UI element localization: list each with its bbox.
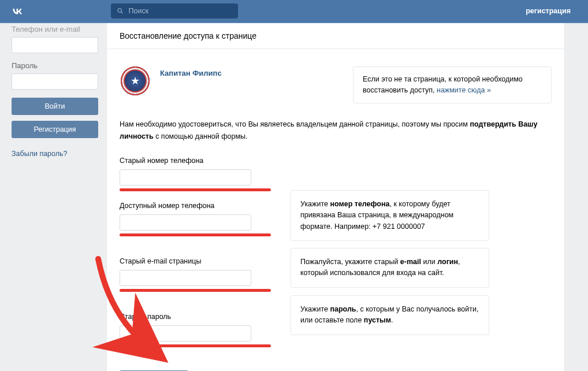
svg-point-0 [118,9,121,12]
login-button[interactable]: Войти [12,98,98,115]
hint-text: пароль [330,305,356,313]
instruction-post: с помощью данной формы. [154,132,248,140]
header-register-link[interactable]: регистрация [526,7,571,15]
phone-email-label: Телефон или e-mail [12,25,98,34]
old-password-input[interactable] [120,325,251,342]
instruction-pre: Нам необходимо удостовериться, что Вы яв… [120,120,470,128]
annotation-underline [120,233,271,236]
search-input[interactable] [129,7,232,15]
avatar[interactable] [121,66,150,95]
search-container[interactable] [111,3,238,18]
phone-email-input[interactable] [12,37,98,53]
old-email-label: Старый e-mail страницы [120,257,552,265]
old-email-input[interactable] [120,270,251,286]
vk-logo-icon [10,4,24,18]
annotation-underline [120,188,271,191]
annotation-underline [120,289,271,292]
hint-text: Укажите [300,305,330,313]
available-phone-input[interactable] [120,214,251,231]
login-sidebar: Телефон или e-mail Пароль Войти Регистра… [0,23,106,371]
old-password-label: Старый пароль [120,313,552,321]
main-panel: Восстановление доступа к странице Капита… [106,23,565,371]
available-phone-label: Доступный номер телефона [120,202,552,210]
profile-name-link[interactable]: Капитан Филипс [160,69,222,77]
vk-logo[interactable] [10,4,24,18]
page-title: Восстановление доступа к странице [107,23,564,49]
old-phone-input[interactable] [120,169,251,186]
password-label: Пароль [12,61,98,70]
password-input[interactable] [12,73,98,90]
svg-line-1 [121,12,123,14]
register-button[interactable]: Регистрация [12,121,98,138]
old-phone-label: Старый номер телефона [120,157,552,165]
instruction-text: Нам необходимо удостовериться, что Вы яв… [120,118,552,143]
search-icon [117,7,124,15]
wrong-page-link[interactable]: нажмите сюда » [437,86,491,94]
forgot-password-link[interactable]: Забыли пароль? [12,150,68,158]
wrong-page-hint: Если это не та страница, к которой необх… [353,66,552,103]
annotation-underline [120,344,271,347]
top-header: регистрация [0,0,588,23]
